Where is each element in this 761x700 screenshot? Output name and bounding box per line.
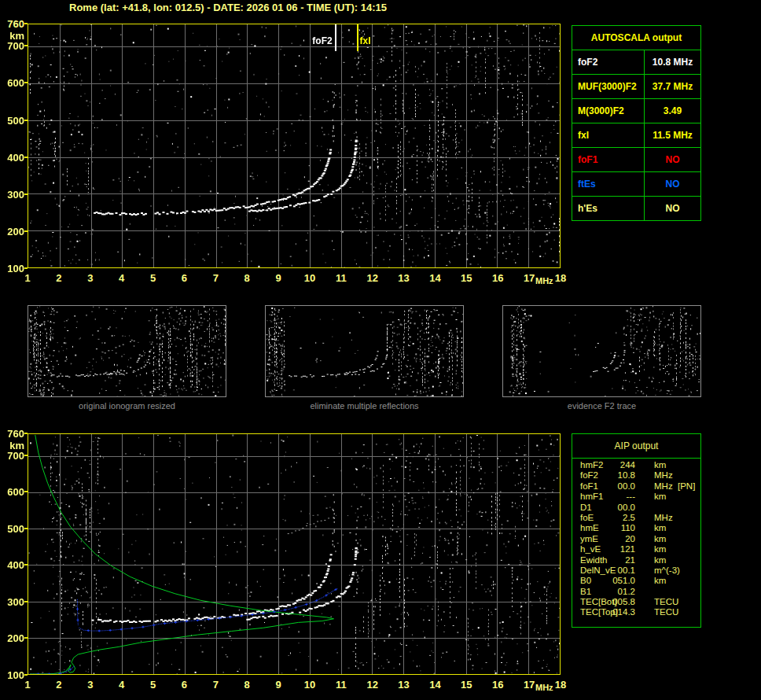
autoscala-table-title: AUTOSCALA output [572,26,700,50]
panel-caption-original: original ionogram resized [28,401,226,411]
panel-eliminate-reflections [265,305,464,397]
y-tick-label: 700 [1,40,24,52]
y-tick-mark [24,82,28,83]
aip-table-rows: hmF2244kmfoF210.8MHzfoF100.0MHz[PN]hmF1-… [572,460,700,625]
aip-param-value: 00.0 [596,503,635,512]
x-tick-label: 11 [333,679,350,691]
autoscala-param-label: ftEs [572,172,645,196]
aip-param-unit: MHz [654,481,673,491]
autoscala-param-label: fxI [572,123,645,147]
autoscala-param-value: NO [645,172,700,196]
y-tick-label: 300 [1,596,24,608]
aip-param-unit: TECU [654,597,678,606]
aip-row: D100.0 [572,503,700,513]
autoscala-param-value: 37.7 MHz [645,75,700,98]
panel-caption-eliminate: eliminate multiple reflections [265,401,464,411]
aip-row: B101.2 [572,587,700,597]
bottom-profile-canvas [28,434,560,674]
aip-param-extra: [PN] [678,481,695,491]
aip-row: hmF1---km [572,492,700,502]
x-tick-label: 6 [175,272,193,284]
autoscala-param-value: 10.8 MHz [645,50,700,74]
aip-row: TEC[Top]014.3TECU [572,607,700,617]
aip-param-value: 121 [596,544,635,554]
y-tick-label: 600 [1,77,24,89]
y-tick-label: 200 [1,632,24,644]
aip-row: TEC[Bot]005.8TECU [572,597,700,607]
panel-evidence-canvas [503,306,700,396]
aip-param-label: D1 [580,503,592,512]
x-axis-unit-label: MHz [535,276,553,286]
y-tick-mark [24,528,28,529]
autoscala-row: ftEsNO [572,172,700,197]
aip-param-value: --- [596,492,635,501]
aip-param-unit: MHz [654,470,673,480]
fof2-marker-label: foF2 [298,35,333,46]
aip-param-value: 110 [596,523,635,532]
aip-param-value: 01.2 [596,587,635,596]
y-tick-mark [24,230,28,232]
y-tick-mark [24,45,28,46]
aip-param-unit: km [654,544,666,554]
autoscala-param-label: h'Es [572,197,645,220]
aip-param-unit: km [654,492,666,501]
y-tick-label: 400 [1,559,24,571]
aip-param-label: B0 [580,576,591,585]
aip-param-unit: km [654,576,666,585]
aip-param-value: 244 [596,460,635,470]
autoscala-row: foF1NO [572,148,700,172]
x-tick-label: 9 [270,679,287,691]
aip-param-unit: km [654,555,666,565]
y-axis-unit-label: km [1,440,24,451]
x-tick-label: 16 [489,679,506,691]
y-tick-mark [24,157,28,158]
panel-eliminate-canvas [266,306,463,396]
aip-param-unit: MHz [654,513,673,522]
aip-table-title: AIP output [572,434,700,459]
aip-param-value: 20 [596,534,635,543]
x-tick-label: 10 [301,679,318,691]
aip-row: hmE110km [572,523,700,533]
autoscala-row: h'EsNO [572,197,700,220]
aip-row: foE2.5MHz [572,513,700,523]
top-ionogram-canvas [28,24,560,267]
panel-original-ionogram [28,305,226,397]
aip-row: foF210.8MHz [572,470,700,481]
x-tick-label: 3 [82,272,99,284]
aip-param-value: 051.0 [596,576,635,585]
x-tick-label: 5 [145,679,162,691]
x-tick-label: 10 [301,272,318,284]
panel-caption-evidence: evidence F2 trace [502,401,701,411]
x-tick-label: 3 [82,679,99,691]
autoscala-table-rows: foF210.8 MHzMUF(3000)F237.7 MHzM(3000)F2… [572,50,700,220]
aip-param-unit: km [654,534,666,543]
autoscala-app-window: Rome (lat: +41.8, lon: 012.5) - DATE: 20… [0,0,761,700]
x-tick-label: 4 [113,679,131,691]
aip-param-value: 21 [596,555,635,565]
x-tick-label: 18 [552,679,569,691]
y-tick-label: 500 [1,115,24,127]
x-tick-label: 8 [238,272,256,284]
y-tick-mark [24,601,28,602]
top-ionogram-plot [28,24,561,268]
x-tick-label: 4 [113,272,131,284]
x-tick-label: 6 [175,679,193,691]
y-tick-mark [24,433,28,434]
y-tick-label: 700 [1,450,24,462]
bottom-profile-plot [28,433,561,675]
aip-param-value: 005.8 [596,597,635,606]
autoscala-param-value: NO [645,197,700,220]
aip-param-unit: TECU [654,607,678,617]
aip-row: Ewidth21km [572,555,700,566]
x-tick-label: 14 [426,679,443,691]
x-tick-label: 1 [19,272,36,284]
y-tick-mark [24,193,28,195]
autoscala-row: fxI11.5 MHz [572,123,700,148]
x-tick-label: 13 [395,272,413,284]
x-tick-label: 12 [364,272,381,284]
aip-row: DelN_vE00.1m^(-3) [572,566,700,576]
y-tick-mark [24,120,28,121]
y-tick-mark [24,267,28,269]
aip-param-value: 00.1 [596,566,635,575]
x-axis-unit-label: MHz [535,683,553,692]
